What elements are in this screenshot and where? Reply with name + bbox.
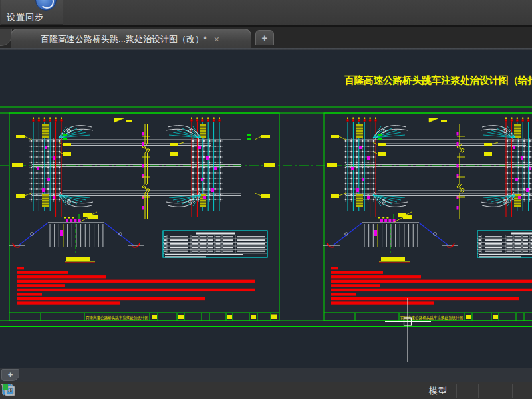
statusbar-separator <box>456 384 457 398</box>
snap-mode-toggle[interactable] <box>464 383 469 399</box>
statusbar-separator <box>512 384 513 398</box>
sync-settings-button[interactable]: 设置同步 <box>1 0 63 25</box>
document-tab-bar: 百隆高速公路桥头跳...浆处治设计图（改）* ✕ + <box>0 27 532 48</box>
grouting-cross-section <box>323 215 458 263</box>
top-toolbar: 设置同步 <box>0 0 532 25</box>
global-frame <box>0 107 532 327</box>
bridge-plan-view <box>344 118 532 217</box>
drawing-sheet-1: 百隆高速公路桥头跳车注浆处治设计图 <box>9 113 279 321</box>
grouting-cross-section <box>9 215 144 263</box>
break-line <box>114 118 150 219</box>
sync-button-label: 设置同步 <box>7 11 44 23</box>
osnap-dropdown[interactable] <box>503 383 510 399</box>
layout-tab-bar: + <box>0 368 532 382</box>
object-snap-tracking-toggle[interactable] <box>515 383 520 399</box>
red-note-lines <box>331 267 532 305</box>
statusbar-separator <box>420 384 420 398</box>
crosshair-cursor <box>385 298 431 362</box>
polar-dropdown[interactable] <box>491 383 498 399</box>
red-note-lines <box>17 267 255 305</box>
new-layout-button[interactable]: + <box>1 369 19 381</box>
document-tab[interactable]: 百隆高速公路桥头跳...浆处治设计图（改）* ✕ <box>11 29 251 49</box>
new-tab-button[interactable]: + <box>255 30 274 45</box>
quantity-table <box>477 231 532 257</box>
break-line <box>429 118 465 219</box>
close-tab-icon[interactable]: ✕ <box>212 35 221 44</box>
title-block: 百隆高速公路桥头跳车注浆处治设计图 <box>324 313 532 321</box>
annotation-monitor-toggle[interactable] <box>520 383 525 399</box>
statusbar-separator <box>478 384 479 398</box>
drawing-main-title: 百隆高速公路桥头跳车注浆处治设计图（给指挥部文件2011-11- <box>344 74 532 87</box>
grid-display-toggle[interactable] <box>459 383 464 399</box>
application-window: 设置同步 百隆高速公路桥头跳...浆处治设计图（改）* ✕ + 百隆高速公路桥头… <box>0 0 532 399</box>
model-button[interactable]: 模型 <box>422 383 454 399</box>
drawing-canvas[interactable]: 百隆高速公路桥头跳车注浆处治设计图百隆高速公路桥头跳车注浆处治设计图 百隆高速公… <box>0 50 532 368</box>
snap-dropdown[interactable] <box>469 383 476 399</box>
ortho-mode-toggle[interactable] <box>481 383 486 399</box>
polar-tracking-toggle[interactable] <box>486 383 491 399</box>
cad-drawing: 百隆高速公路桥头跳车注浆处治设计图百隆高速公路桥头跳车注浆处治设计图 <box>0 50 532 368</box>
bridge-plan-view <box>29 118 241 217</box>
document-tab-label: 百隆高速公路桥头跳...浆处治设计图（改）* <box>41 33 212 45</box>
sheet-title-text: 百隆高速公路桥头跳车注浆处治设计图 <box>86 315 148 321</box>
status-bar: 模型 <box>0 382 532 399</box>
object-snap-toggle[interactable] <box>498 383 503 399</box>
drawing-sheet-2: 百隆高速公路桥头跳车注浆处治设计图 <box>323 113 532 321</box>
title-block: 百隆高速公路桥头跳车注浆处治设计图 <box>9 313 279 321</box>
sync-icon <box>35 0 57 11</box>
model-space: 百隆高速公路桥头跳车注浆处治设计图百隆高速公路桥头跳车注浆处治设计图 <box>0 107 532 362</box>
annotation-monitor-icon <box>0 382 17 397</box>
quantity-table <box>163 231 267 257</box>
